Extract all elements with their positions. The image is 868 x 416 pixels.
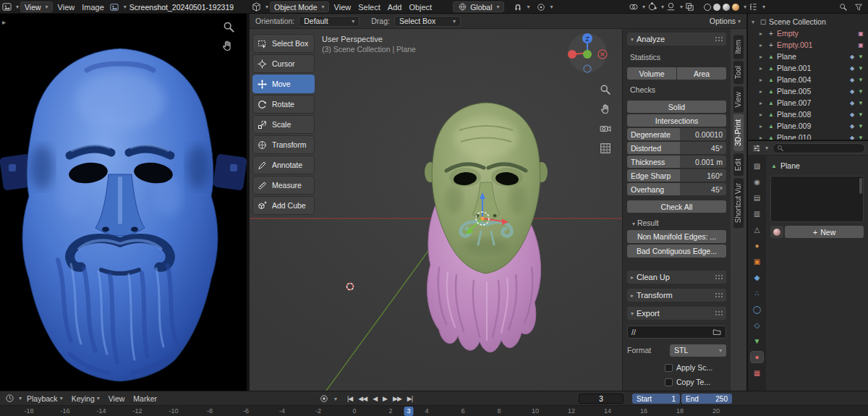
modifier-wrench-icon[interactable]: ◆ bbox=[848, 100, 856, 106]
camera-view-icon[interactable] bbox=[600, 123, 611, 136]
play-reverse-button[interactable]: ◀ bbox=[371, 395, 378, 402]
mesh-data-icon[interactable]: ▼ bbox=[857, 111, 864, 118]
visibility-icon[interactable] bbox=[628, 1, 639, 12]
marker-menu[interactable]: Marker bbox=[129, 394, 161, 403]
end-frame-field[interactable]: End250 bbox=[681, 394, 732, 404]
search-icon[interactable] bbox=[838, 1, 848, 12]
auto-keyframe-record-icon[interactable] bbox=[318, 394, 329, 404]
texture-tab-icon[interactable]: ▦ bbox=[751, 368, 763, 378]
properties-editor-type-icon[interactable] bbox=[751, 143, 762, 153]
npanel-tab[interactable]: Tool bbox=[733, 61, 744, 84]
pan-hand-icon[interactable] bbox=[221, 40, 234, 54]
keying-menu[interactable]: Keying▾ bbox=[68, 394, 103, 403]
image-data-icon[interactable]: ▣ bbox=[857, 42, 864, 48]
zoom-icon[interactable] bbox=[223, 21, 235, 35]
timeline-editor-type-icon[interactable] bbox=[4, 393, 15, 404]
drag-grip-icon[interactable] bbox=[715, 292, 723, 299]
play-button[interactable]: ▶ bbox=[381, 395, 388, 402]
disclosure-icon[interactable]: ▸ bbox=[760, 111, 765, 118]
transform-panel-header[interactable]: ▸ Transform bbox=[627, 289, 726, 302]
modifier-wrench-icon[interactable]: ◆ bbox=[848, 77, 856, 83]
checkbox-icon[interactable] bbox=[665, 364, 673, 372]
folder-icon[interactable] bbox=[711, 327, 722, 338]
jump-to-end-button[interactable]: ▶| bbox=[406, 395, 414, 402]
material-slot-list[interactable] bbox=[770, 176, 864, 222]
check-value-row[interactable]: Degenerate 0.00010 bbox=[627, 128, 726, 140]
npanel-tab[interactable]: Shortcut Vur bbox=[733, 178, 744, 228]
menu-item[interactable]: Add bbox=[384, 3, 406, 12]
viewport-3d[interactable]: Select Box Cursor Move Rotate Scale Tran… bbox=[250, 29, 746, 391]
object-tab-icon[interactable]: ▣ bbox=[751, 256, 763, 267]
output-tab-icon[interactable]: ▤ bbox=[751, 192, 763, 203]
constraints-tab-icon[interactable]: ◇ bbox=[751, 320, 763, 331]
mesh-data-icon[interactable]: ▼ bbox=[857, 123, 864, 130]
pan-hand-icon[interactable] bbox=[600, 103, 611, 116]
check-all-button[interactable]: Check All bbox=[627, 200, 726, 213]
scrollbar[interactable] bbox=[859, 178, 862, 194]
material-sphere-icon[interactable] bbox=[770, 226, 783, 238]
transform-orientation-select[interactable]: Global▾ bbox=[453, 1, 503, 12]
image-editor-canvas[interactable]: ▸ bbox=[0, 14, 247, 391]
prev-keyframe-button[interactable]: ◀◀ bbox=[357, 395, 368, 402]
check-value-row[interactable]: Thickness 0.001 m bbox=[627, 156, 726, 168]
npanel-tab[interactable]: Item bbox=[733, 35, 744, 59]
disclosure-icon[interactable]: ▸ bbox=[760, 54, 765, 60]
mesh-data-icon[interactable]: ▼ bbox=[857, 77, 864, 83]
mesh-data-icon[interactable]: ▼ bbox=[857, 65, 864, 72]
menu-item[interactable]: View bbox=[331, 3, 355, 12]
shading-solid-icon[interactable] bbox=[713, 4, 720, 11]
zoom-icon[interactable] bbox=[600, 84, 611, 97]
outliner-editor-type-icon[interactable] bbox=[748, 1, 759, 12]
drag-grip-icon[interactable] bbox=[715, 310, 723, 317]
scene-tab-icon[interactable]: △ bbox=[751, 224, 763, 235]
tool-measure[interactable]: Measure bbox=[252, 176, 315, 195]
apply-scale-checkbox[interactable]: Apply Sc... bbox=[665, 362, 726, 373]
image-mode-select[interactable]: View▾ bbox=[20, 1, 53, 12]
modifier-wrench-icon[interactable]: ◆ bbox=[848, 123, 856, 130]
export-panel-header[interactable]: ▾ Export bbox=[627, 307, 726, 320]
world-tab-icon[interactable]: ● bbox=[751, 240, 763, 251]
disclosure-icon[interactable]: ▸ bbox=[760, 88, 765, 95]
timeline-ruler[interactable]: 3 -18-16-14-12-10-8-6-4-2024681012141618… bbox=[0, 405, 868, 416]
disclosure-icon[interactable]: ▸ bbox=[760, 77, 765, 83]
shading-wireframe-icon[interactable] bbox=[704, 4, 711, 11]
viewport-editor-type-icon[interactable] bbox=[251, 1, 262, 12]
outliner-row[interactable]: ▸ ▲ + Plane ◆ ▼ ▣ bbox=[749, 51, 867, 62]
outliner-row[interactable]: ▸ ▲ + Plane.001 ◆ ▼ ▣ bbox=[749, 62, 867, 74]
disclosure-icon[interactable]: ▸ bbox=[760, 135, 765, 140]
tool-annotate[interactable]: Annotate bbox=[252, 156, 315, 174]
filter-funnel-icon[interactable] bbox=[853, 1, 864, 12]
outliner-row[interactable]: ▸ ▲ + Plane.009 ◆ ▼ ▣ bbox=[749, 120, 867, 132]
image-datablock-icon[interactable] bbox=[109, 1, 120, 12]
tool-move[interactable]: Move bbox=[252, 75, 315, 93]
gizmos-toggle-icon[interactable] bbox=[647, 1, 658, 12]
outliner-row[interactable]: ▸ ▲ + Plane.005 ◆ ▼ ▣ bbox=[749, 85, 867, 97]
checkbox-icon[interactable] bbox=[665, 378, 673, 386]
xray-toggle-icon[interactable] bbox=[684, 1, 695, 12]
tool-add-cube[interactable]: Add Cube bbox=[252, 196, 315, 215]
modifier-wrench-icon[interactable]: ◆ bbox=[848, 88, 856, 95]
npanel-tab[interactable]: Edit bbox=[733, 153, 744, 176]
mesh-data-icon[interactable]: ▼ bbox=[857, 54, 864, 60]
mesh-data-icon[interactable]: ▼ bbox=[857, 100, 864, 106]
result-button[interactable]: Non Manifold Edges: ... bbox=[627, 230, 726, 243]
current-frame-field[interactable]: 3 bbox=[579, 394, 624, 404]
view-layer-tab-icon[interactable]: ▥ bbox=[751, 208, 763, 219]
disclosure-icon[interactable]: ▸ bbox=[760, 65, 765, 72]
image-editor-type-icon[interactable] bbox=[1, 1, 12, 12]
disclosure-icon[interactable]: ▾ bbox=[752, 19, 757, 25]
check-value-row[interactable]: Edge Sharp 160° bbox=[627, 169, 726, 182]
orientation-select[interactable]: Default▾ bbox=[299, 16, 359, 27]
ortho-grid-icon[interactable] bbox=[600, 143, 611, 156]
snapping-magnet-icon[interactable] bbox=[513, 1, 524, 12]
shading-rendered-icon[interactable] bbox=[732, 4, 739, 11]
image-data-icon[interactable]: ▣ bbox=[857, 30, 864, 37]
menu-item[interactable]: Image bbox=[78, 3, 108, 12]
modifiers-tab-icon[interactable]: ◆ bbox=[751, 272, 763, 283]
start-frame-field[interactable]: Start1 bbox=[632, 394, 680, 404]
solid-check-button[interactable]: Solid bbox=[627, 101, 726, 113]
menu-item[interactable]: Object bbox=[405, 3, 435, 12]
cleanup-panel-header[interactable]: ▸ Clean Up bbox=[627, 271, 726, 284]
npanel-tab[interactable]: 3D-Print bbox=[733, 114, 744, 151]
object-mode-select[interactable]: Object Mode▾ bbox=[270, 1, 329, 12]
